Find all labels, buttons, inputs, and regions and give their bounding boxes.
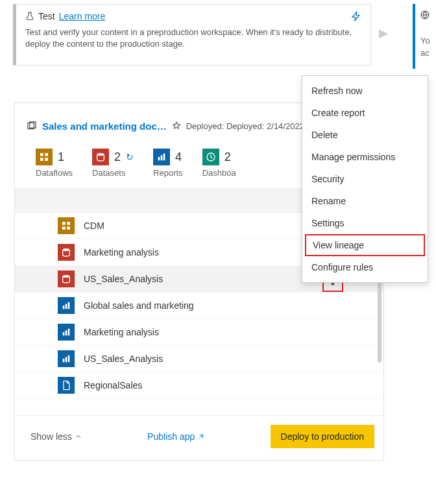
svg-rect-26 xyxy=(66,357,67,362)
svg-rect-13 xyxy=(62,222,66,225)
svg-rect-23 xyxy=(66,330,67,335)
stat-label: Reports xyxy=(153,168,183,178)
test-description: Test and verify your content in a prepro… xyxy=(25,27,361,50)
stat-icon xyxy=(92,149,109,165)
svg-rect-24 xyxy=(68,329,70,336)
stat-count: 4 xyxy=(175,150,182,164)
svg-rect-22 xyxy=(63,332,65,335)
stat-count: 1 xyxy=(58,150,64,164)
item-name: Global sales and marketing xyxy=(84,300,194,311)
item-name: Marketing analysis xyxy=(84,327,159,337)
publish-app-button[interactable]: Publish app xyxy=(147,431,205,442)
show-less-button[interactable]: Show less xyxy=(30,431,82,442)
report-icon xyxy=(58,297,75,314)
workspace-footer: Show less Publish app Deploy to producti… xyxy=(15,415,383,460)
svg-rect-25 xyxy=(63,359,65,362)
stat-icon xyxy=(36,149,53,165)
dataset-icon xyxy=(58,270,75,287)
stat-count: 2 xyxy=(224,150,231,164)
item-name: Marketing analysis xyxy=(84,247,159,258)
stat-dashboa: 2Dashboa xyxy=(202,149,236,178)
svg-rect-15 xyxy=(62,226,66,230)
deploy-icon xyxy=(172,121,181,130)
report-icon xyxy=(58,350,75,367)
svg-point-17 xyxy=(63,248,70,251)
stat-label: Dataflows xyxy=(36,168,73,178)
list-item[interactable]: US_Sales_Analysis xyxy=(15,346,383,372)
item-name: US_Sales_Analysis xyxy=(84,354,163,364)
test-title: Test xyxy=(38,11,55,21)
svg-rect-9 xyxy=(158,157,160,160)
menu-item-delete[interactable]: Delete xyxy=(302,124,428,146)
menu-item-view-lineage[interactable]: View lineage xyxy=(305,234,425,256)
menu-item-refresh-now[interactable]: Refresh now xyxy=(302,80,428,102)
external-icon xyxy=(197,433,205,440)
menu-item-manage-permissions[interactable]: Manage permissions xyxy=(302,146,428,168)
right-strip-line2: ac xyxy=(420,48,430,58)
stat-label: Datasets xyxy=(92,168,125,178)
list-item[interactable]: RegionalSales xyxy=(15,372,383,399)
menu-item-configure-rules[interactable]: Configure rules xyxy=(302,256,428,278)
refresh-icon[interactable]: ↻ xyxy=(126,152,134,162)
stat-count: 2 xyxy=(114,150,121,164)
svg-point-18 xyxy=(63,275,70,278)
next-stage-arrow[interactable]: ▶ xyxy=(379,26,388,40)
menu-item-security[interactable]: Security xyxy=(302,168,428,190)
svg-rect-20 xyxy=(66,304,67,309)
item-name: US_Sales_Analysis xyxy=(84,274,163,284)
stat-icon xyxy=(153,149,170,165)
deploy-to-production-button[interactable]: Deploy to production xyxy=(271,425,374,448)
workspace-icon xyxy=(27,121,37,131)
stat-icon xyxy=(202,149,219,165)
flask-icon xyxy=(25,12,34,21)
stat-label: Dashboa xyxy=(202,168,236,178)
svg-rect-21 xyxy=(68,302,70,309)
menu-item-rename[interactable]: Rename xyxy=(302,190,428,212)
bolt-icon[interactable] xyxy=(351,11,361,21)
menu-item-settings[interactable]: Settings xyxy=(302,212,428,234)
chevron-up-icon xyxy=(75,433,82,440)
svg-rect-16 xyxy=(67,226,70,230)
svg-rect-5 xyxy=(45,153,48,156)
stat-datasets: 2↻Datasets xyxy=(92,149,134,178)
list-item[interactable]: Global sales and marketing xyxy=(15,293,383,319)
production-stage-preview: Yo ac xyxy=(413,4,436,69)
list-item[interactable]: Marketing analysis xyxy=(15,319,383,346)
dataflow-icon xyxy=(58,217,75,234)
dataset-icon xyxy=(58,244,75,261)
menu-item-create-report[interactable]: Create report xyxy=(302,102,428,124)
svg-rect-14 xyxy=(67,222,70,225)
right-strip-line1: Yo xyxy=(420,36,430,45)
svg-rect-4 xyxy=(40,153,43,156)
context-menu: Refresh nowCreate reportDeleteManage per… xyxy=(302,75,428,283)
item-name: CDM xyxy=(84,221,104,231)
stat-dataflows: 1Dataflows xyxy=(36,149,73,178)
test-stage-card: Test Learn more Test and verify your con… xyxy=(13,4,371,66)
svg-rect-10 xyxy=(161,155,163,160)
workspace-name-link[interactable]: Sales and marketing doc… xyxy=(42,121,167,132)
item-name: RegionalSales xyxy=(84,380,142,390)
svg-point-8 xyxy=(97,153,104,156)
learn-more-link[interactable]: Learn more xyxy=(59,11,106,21)
svg-rect-19 xyxy=(63,306,65,309)
paginated-icon xyxy=(58,377,75,394)
svg-rect-27 xyxy=(68,355,70,363)
svg-rect-7 xyxy=(45,158,48,161)
report-icon xyxy=(58,324,75,341)
globe-icon xyxy=(420,10,436,19)
stat-reports: 4Reports xyxy=(153,149,183,178)
svg-rect-6 xyxy=(40,158,43,161)
svg-rect-11 xyxy=(164,154,165,161)
